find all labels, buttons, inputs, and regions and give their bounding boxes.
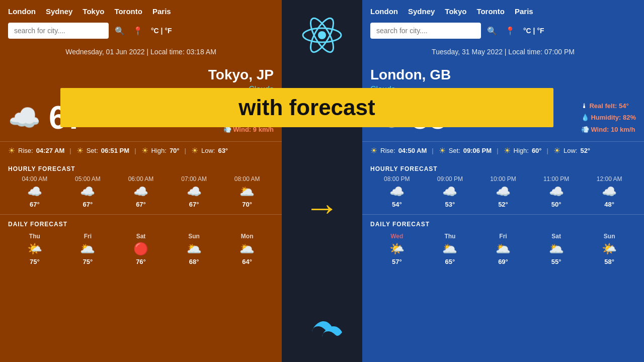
tailwind-logo: [302, 320, 342, 347]
right-daily-1: Thu 🌥️ 65°: [424, 233, 477, 265]
left-daily-row: Thu 🌤️ 75° Fri 🌥️ 75° Sat 🔴 76° Sun 🌥️ 6…: [0, 231, 282, 265]
center-panel: with forecast →: [282, 0, 362, 362]
left-nav-toronto[interactable]: Toronto: [114, 7, 142, 16]
right-daily-row: Wed 🌤️ 57° Thu 🌥️ 65° Fri 🌥️ 69° Sat 🌥️ …: [362, 231, 644, 265]
svg-point-0: [318, 31, 326, 39]
right-hourly-0: 08:00 PM ☁️ 54°: [370, 175, 424, 208]
right-nav-paris[interactable]: Paris: [515, 7, 533, 16]
left-hourly-1: 05:00 AM ☁️ 67°: [61, 175, 115, 208]
overlay-text: with forecast: [60, 88, 553, 127]
right-low: 52°: [580, 147, 590, 154]
right-nav: London Sydney Tokyo Toronto Paris: [362, 0, 644, 23]
left-daily-2: Sat 🔴 76°: [114, 233, 168, 265]
right-hourly-4: 12:00 AM ☁️ 48°: [583, 175, 636, 208]
right-panel: London Sydney Tokyo Toronto Paris 🔍 📍 °C…: [362, 0, 644, 362]
right-city-name: London, GB: [362, 60, 644, 85]
left-rise-icon: ☀: [8, 146, 15, 155]
left-location-icon-btn[interactable]: 📍: [131, 24, 145, 38]
left-daily-3: Sun 🌥️ 68°: [168, 233, 221, 265]
right-nav-london[interactable]: London: [370, 7, 398, 16]
right-humidity: Humidity: 82%: [591, 114, 636, 121]
left-set-icon: ☀: [76, 146, 84, 155]
left-hourly-2: 06:00 AM ☁️ 67°: [114, 175, 168, 208]
right-daily-title: DAILY FORECAST: [362, 215, 644, 231]
left-set: 06:51 PM: [101, 147, 129, 154]
right-date: Tuesday, 31 May 2022 | Local time: 07:00…: [362, 44, 644, 60]
left-nav: London Sydney Tokyo Toronto Paris: [0, 0, 282, 23]
left-hourly-3: 07:00 AM ☁️ 67°: [168, 175, 221, 208]
left-weather-icon: ☁️: [8, 103, 41, 133]
right-hourly-1: 09:00 PM ☁️ 53°: [424, 175, 477, 208]
left-nav-tokyo[interactable]: Tokyo: [83, 7, 104, 16]
right-daily-0: Wed 🌤️ 57°: [370, 233, 424, 265]
left-unit-toggle[interactable]: °C | °F: [151, 27, 172, 35]
left-daily-title: DAILY FORECAST: [0, 215, 282, 231]
right-set: 09:06 PM: [463, 147, 492, 154]
left-hourly-0: 04:00 AM ☁️ 67°: [8, 175, 61, 208]
right-wind: Wind: 10 km/h: [591, 126, 635, 133]
right-daily-4: Sun 🌤️ 58°: [583, 233, 636, 265]
center-arrow: →: [304, 188, 340, 228]
left-high: 70°: [170, 147, 180, 154]
left-high-icon: ☀: [141, 146, 148, 155]
right-hourly-3: 11:00 PM ☁️ 50°: [530, 175, 583, 208]
right-nav-tokyo[interactable]: Tokyo: [445, 7, 466, 16]
left-hourly-row: 04:00 AM ☁️ 67° 05:00 AM ☁️ 67° 06:00 AM…: [0, 175, 282, 215]
right-search-row: 🔍 📍 °C | °F: [362, 23, 644, 44]
left-date: Wednesday, 01 Jun 2022 | Local time: 03:…: [0, 44, 282, 60]
left-nav-sydney[interactable]: Sydney: [46, 7, 72, 16]
left-hourly-title: HOURLY FORECAST: [0, 159, 282, 175]
left-nav-paris[interactable]: Paris: [152, 7, 171, 16]
right-sun-row: ☀ Rise: 04:50 AM | ☀ Set: 09:06 PM | ☀ H…: [362, 141, 644, 159]
left-daily-1: Fri 🌥️ 75°: [61, 233, 115, 265]
right-nav-sydney[interactable]: Sydney: [408, 7, 435, 16]
right-location-icon-btn[interactable]: 📍: [503, 24, 517, 38]
right-search-input[interactable]: [370, 23, 481, 39]
right-rise-icon: ☀: [370, 146, 377, 155]
left-daily-0: Thu 🌤️ 75°: [8, 233, 61, 265]
react-logo: [302, 15, 342, 55]
left-city-name: Tokyo, JP: [0, 60, 282, 85]
right-hourly-title: HOURLY FORECAST: [362, 159, 644, 175]
right-real-felt: Real felt: 54°: [589, 102, 628, 110]
left-panel: London Sydney Tokyo Toronto Paris 🔍 📍 °C…: [0, 0, 282, 362]
right-set-icon: ☀: [439, 146, 446, 155]
left-hourly-4: 08:00 AM 🌥️ 70°: [220, 175, 274, 208]
right-daily-3: Sat 🌥️ 55°: [530, 233, 583, 265]
left-search-row: 🔍 📍 °C | °F: [0, 23, 282, 44]
left-search-icon-btn[interactable]: 🔍: [113, 24, 127, 38]
left-daily-4: Mon 🌥️ 64°: [220, 233, 274, 265]
right-rise: 04:50 AM: [398, 147, 427, 154]
left-low-icon: ☀: [191, 146, 198, 155]
left-nav-london[interactable]: London: [8, 7, 36, 16]
right-daily-2: Fri 🌥️ 69°: [476, 233, 530, 265]
right-hourly-2: 10:00 PM ☁️ 52°: [476, 175, 530, 208]
right-weather-details: 🌡 Real felt: 54° 💧 Humidity: 82% 💨 Wind:…: [581, 100, 636, 135]
right-search-icon-btn[interactable]: 🔍: [485, 24, 499, 38]
right-high-icon: ☀: [504, 146, 511, 155]
right-nav-toronto[interactable]: Toronto: [476, 7, 505, 16]
right-unit-toggle[interactable]: °C | °F: [523, 27, 544, 35]
left-search-input[interactable]: [8, 23, 109, 39]
right-high: 60°: [532, 147, 542, 154]
left-low: 63°: [218, 147, 228, 154]
left-sun-row: ☀ Rise: 04:27 AM | ☀ Set: 06:51 PM | ☀ H…: [0, 141, 282, 159]
right-low-icon: ☀: [553, 146, 560, 155]
right-hourly-row: 08:00 PM ☁️ 54° 09:00 PM ☁️ 53° 10:00 PM…: [362, 175, 644, 215]
left-rise: 04:27 AM: [36, 147, 65, 154]
